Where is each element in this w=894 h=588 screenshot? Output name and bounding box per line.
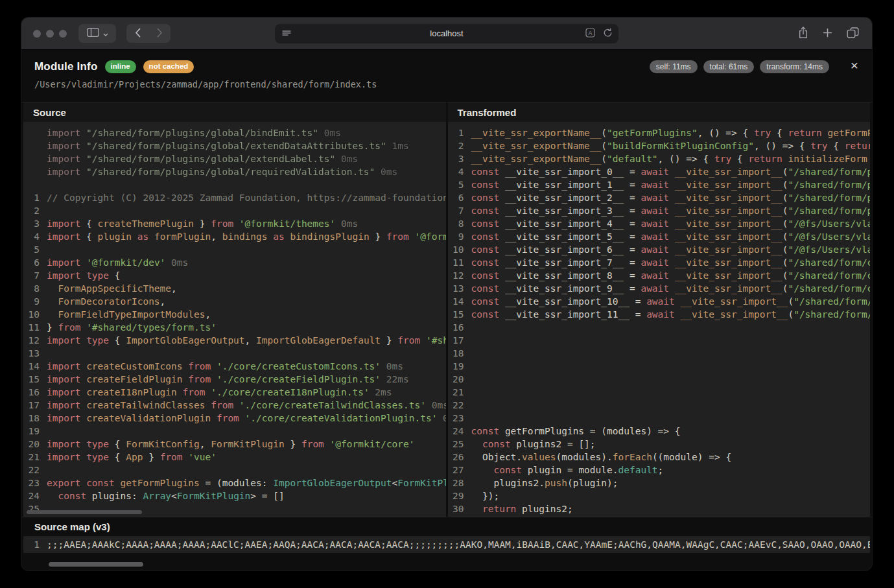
code-line: 16import createI18nPlugin from './core/c…: [23, 386, 446, 399]
window-close-button[interactable]: [33, 30, 41, 38]
page-title: Module Info: [34, 60, 98, 73]
chevron-left-icon: [135, 28, 141, 40]
sidebar-icon: [87, 28, 99, 39]
close-button[interactable]: ×: [847, 58, 862, 73]
code-line: 9 FormDecoratorIcons,: [23, 295, 446, 308]
code-line: 4const __vite_ssr_import_0__ = await __v…: [448, 165, 871, 178]
code-line: 20: [448, 373, 871, 386]
reload-icon: [603, 28, 613, 40]
reload-button[interactable]: [603, 28, 613, 40]
total-time-pill: total: 61ms: [703, 60, 755, 73]
back-button[interactable]: [126, 24, 148, 43]
code-line: 12import type { ImportGlobEagerOutput, I…: [23, 334, 446, 347]
sourcemap-title: Source map (v3): [21, 517, 872, 536]
code-line: 23export const getFormPlugins = (modules…: [23, 476, 446, 489]
source-panel-title: Source: [23, 102, 446, 122]
code-line: 28 plugins2.push(plugin);: [448, 476, 871, 489]
plus-icon: [823, 28, 832, 40]
code-line: 26 Object.values(modules).forEach((modul…: [448, 451, 871, 464]
window-zoom-button[interactable]: [59, 30, 67, 38]
code-line: 3import { createThemePlugin } from '@for…: [23, 217, 446, 230]
code-line: 21: [448, 386, 871, 399]
titlebar-right-controls: [798, 18, 859, 50]
code-line: 2__vite_ssr_exportName__("buildFormKitPl…: [448, 139, 871, 152]
sourcemap-horizontal-scrollbar[interactable]: [49, 562, 143, 567]
sourcemap-line-number: 1: [23, 539, 47, 550]
new-tab-button[interactable]: [823, 28, 832, 40]
code-line: 24 const plugins: Array<FormKitPlugin> =…: [23, 489, 446, 502]
source-panel: Source import "/shared/form/plugins/glob…: [23, 102, 446, 517]
code-line: 14const __vite_ssr_import_10__ = await _…: [448, 295, 871, 308]
translate-button[interactable]: A: [585, 28, 595, 40]
transform-time-pill: transform: 14ms: [760, 60, 829, 73]
address-bar[interactable]: localhost A: [275, 24, 618, 43]
module-file-path: /Users/vladimir/Projects/zammad/app/fron…: [34, 79, 859, 89]
tabs-icon: [847, 27, 859, 40]
code-line: 23: [448, 412, 871, 425]
code-line: 25 const plugins2 = [];: [448, 438, 871, 451]
transformed-panel: Transformed 1__vite_ssr_exportName__("ge…: [448, 102, 871, 517]
transformed-code[interactable]: 1__vite_ssr_exportName__("getFormPlugins…: [448, 122, 871, 517]
code-line: 11const __vite_ssr_import_7__ = await __…: [448, 256, 871, 269]
code-line: 8 FormAppSpecificTheme,: [23, 282, 446, 295]
cache-status-badge: not cached: [143, 60, 194, 73]
code-line: 6import '@formkit/dev' 0ms: [23, 256, 446, 269]
share-button[interactable]: [798, 27, 808, 41]
code-line: 17: [448, 334, 871, 347]
module-info-header: Module Info inline not cached self: 11ms…: [21, 50, 872, 102]
code-line: 17import createTailwindClasses from './c…: [23, 399, 446, 412]
traffic-lights: [33, 30, 67, 38]
code-line: 13: [23, 347, 446, 360]
code-line: 5const __vite_ssr_import_1__ = await __v…: [448, 178, 871, 191]
source-horizontal-scrollbar[interactable]: [27, 510, 142, 514]
code-line: 20import type { FormKitConfig, FormKitPl…: [23, 438, 446, 451]
code-line: [23, 178, 446, 191]
code-line: 1__vite_ssr_exportName__("getFormPlugins…: [448, 126, 871, 139]
code-line: 22: [23, 464, 446, 476]
sidebar-toggle-button[interactable]: [78, 24, 116, 43]
code-line: 6const __vite_ssr_import_2__ = await __v…: [448, 191, 871, 204]
self-time-pill: self: 11ms: [650, 60, 698, 73]
window-minimize-button[interactable]: [46, 30, 54, 38]
code-line: import "/shared/form/plugins/global/exte…: [23, 152, 446, 165]
code-line: 13const __vite_ssr_import_9__ = await __…: [448, 282, 871, 295]
code-line: 11} from '#shared/types/form.ts': [23, 321, 446, 334]
url-text: localhost: [275, 24, 618, 43]
code-line: 24const getFormPlugins = (modules) => {: [448, 425, 871, 438]
code-line: 30 return plugins2;: [448, 502, 871, 515]
code-line: 14import createCustomIcons from './core/…: [23, 360, 446, 373]
code-line: 2: [23, 204, 446, 217]
sourcemap-section: Source map (v3) 1 ;;;AAEA;AAAkC;AAAA;AAA…: [21, 517, 872, 553]
code-line: import "/shared/form/plugins/global/exte…: [23, 139, 446, 152]
code-line: import "/shared/form/plugins/global/bind…: [23, 126, 446, 139]
code-line: 18import createValidationPlugin from './…: [23, 412, 446, 425]
code-line: 3__vite_ssr_exportName__("default", () =…: [448, 152, 871, 165]
code-line: 15import createFieldPlugin from './core/…: [23, 373, 446, 386]
code-line: 22: [448, 399, 871, 412]
forward-button[interactable]: [148, 24, 171, 43]
code-line: 19: [23, 425, 446, 438]
code-panels: Source import "/shared/form/plugins/glob…: [21, 102, 872, 517]
code-line: 15const __vite_ssr_import_11__ = await _…: [448, 308, 871, 321]
sourcemap-mappings: ;;;AAEA;AAAkC;AAAA;AAAA;AAAA;AAClC;AAEA;…: [47, 539, 870, 550]
code-line: 9const __vite_ssr_import_5__ = await __v…: [448, 230, 871, 243]
code-line: 7import type {: [23, 269, 446, 282]
code-line: 10 FormFieldTypeImportModules,: [23, 308, 446, 321]
chevron-right-icon: [157, 28, 163, 40]
code-line: 1// Copyright (C) 2012-2025 Zammad Found…: [23, 191, 446, 204]
inline-badge: inline: [105, 60, 136, 73]
tab-overview-button[interactable]: [847, 27, 859, 40]
code-line: 27 const plugin = module.default;: [448, 464, 871, 476]
timing-pills: self: 11ms total: 61ms transform: 14ms: [650, 60, 829, 73]
code-line: import "/shared/form/plugins/global/requ…: [23, 165, 446, 178]
code-line: 4import { plugin as formPlugin, bindings…: [23, 230, 446, 243]
code-line: 29 });: [448, 489, 871, 502]
code-line: 18: [448, 347, 871, 360]
nav-buttons: [126, 24, 171, 43]
svg-text:A: A: [588, 30, 592, 36]
code-line: 5: [23, 243, 446, 256]
browser-window: localhost A: [21, 18, 872, 570]
code-line: 7const __vite_ssr_import_3__ = await __v…: [448, 204, 871, 217]
code-line: 12const __vite_ssr_import_8__ = await __…: [448, 269, 871, 282]
source-code[interactable]: import "/shared/form/plugins/global/bind…: [23, 122, 446, 517]
